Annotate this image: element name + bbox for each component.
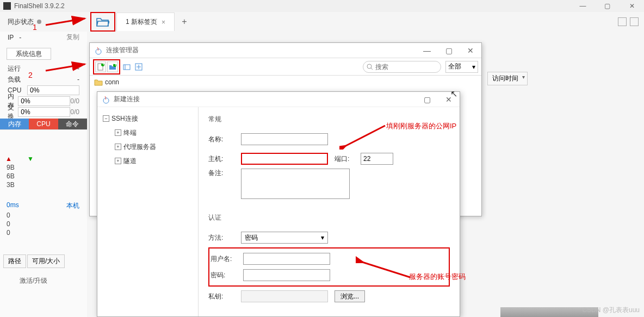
method-select[interactable]: 密码▾ (241, 232, 328, 244)
file-list-header: 路径 可用/大小 (3, 254, 65, 268)
sync-label: 同步状态 (8, 17, 34, 27)
mgr-close-button[interactable]: ✕ (460, 43, 481, 58)
mini-tab-mem[interactable]: 内存 (0, 119, 29, 129)
close-button[interactable]: ✕ (620, 0, 644, 12)
name-input[interactable] (241, 133, 328, 145)
window-controls: — ▢ ✕ (571, 0, 644, 12)
tab-label: 1 新标签页 (126, 17, 157, 27)
arrow-up-icon: ▲ (5, 155, 12, 163)
tool-icon-3[interactable] (121, 61, 132, 72)
collapse-icon[interactable]: − (103, 115, 109, 122)
tab-bar: 同步状态 1 新标签页 × + (0, 12, 644, 32)
col-visit-time[interactable]: 访问时间 (487, 72, 528, 85)
grid-view-icon[interactable] (618, 17, 627, 26)
system-info-button[interactable]: 系统信息 (7, 48, 51, 60)
port-label: 端口: (335, 154, 354, 164)
java-icon (94, 46, 103, 55)
add-tab-button[interactable]: + (177, 14, 192, 29)
mem-input[interactable] (18, 96, 70, 106)
tab-new[interactable]: 1 新标签页 × (116, 13, 175, 31)
arrow-down-icon: ▼ (27, 155, 34, 163)
svg-rect-8 (123, 65, 130, 70)
col-path[interactable]: 路径 (3, 254, 26, 268)
remark-label: 备注: (208, 169, 234, 178)
name-label: 名称: (208, 135, 234, 144)
svg-point-13 (367, 64, 371, 69)
tree-proxy[interactable]: +代理服务器 (100, 140, 196, 154)
mini-tab-buttons: 内存 CPU 命令 (0, 119, 87, 129)
col-avail[interactable]: 可用/大小 (27, 254, 65, 268)
tool-icon-4[interactable] (133, 61, 144, 72)
user-input[interactable] (243, 253, 330, 265)
mgr-toolbar: + + 全部▾ (90, 58, 481, 76)
port-input[interactable] (361, 153, 393, 165)
app-icon (3, 2, 11, 10)
host-input[interactable] (241, 153, 328, 165)
swap-input[interactable] (18, 107, 70, 117)
mini-tab-cpu[interactable]: CPU (29, 119, 58, 129)
ip-row: IP - 复制 (0, 32, 87, 43)
mgr-minimize-button[interactable]: — (416, 43, 438, 58)
svg-text:+: + (114, 63, 116, 68)
swap-row: 交换0/0 (0, 107, 87, 117)
tab-close-icon[interactable]: × (162, 18, 165, 26)
chevron-down-icon: ▾ (472, 63, 475, 71)
folder-icon (94, 78, 103, 86)
expand-icon[interactable]: + (115, 129, 121, 136)
annotation-arrow-cred (356, 256, 416, 284)
mgr-maximize-button[interactable]: ▢ (438, 43, 460, 58)
search-box[interactable] (363, 61, 441, 73)
new-connection-group: + + (93, 59, 120, 74)
mgr-tree-item-conn[interactable]: conn (90, 76, 481, 89)
connection-form: 常规 名称: 主机: 端口: 备注: 认证 方法: 密码▾ (199, 107, 460, 316)
pass-input[interactable] (243, 269, 330, 281)
folder-open-icon (96, 17, 109, 27)
remark-input[interactable] (241, 169, 350, 199)
copy-label[interactable]: 复制 (66, 33, 79, 42)
svg-line-1 (46, 64, 85, 71)
newconn-titlebar[interactable]: 新建连接 ▢ ✕ (97, 92, 460, 107)
tree-tunnel[interactable]: +隧道 (100, 154, 196, 168)
svg-line-17 (362, 262, 410, 277)
zero-values: 0 0 0 (7, 211, 10, 237)
view-mode-icons (618, 17, 639, 26)
activate-link[interactable]: 激活/升级 (20, 276, 47, 285)
watermark: CSDN @孔表表uuu (582, 306, 640, 315)
latency-value: 0ms (7, 201, 19, 210)
connection-manager-button[interactable] (90, 12, 115, 32)
annotation-arrow-2 (46, 59, 89, 76)
tree-terminal[interactable]: +终端 (100, 126, 196, 140)
maximize-button[interactable]: ▢ (595, 0, 620, 12)
ip-value: - (19, 34, 21, 41)
app-title: FinalShell 3.9.2.2 (14, 2, 65, 10)
minimize-button[interactable]: — (571, 0, 595, 12)
browse-button[interactable]: 浏览... (335, 290, 365, 302)
list-view-icon[interactable] (630, 17, 639, 26)
mgr-title: 连接管理器 (106, 46, 139, 55)
new-file-icon[interactable]: + (95, 61, 106, 72)
tree-ssh[interactable]: −SSH连接 (100, 111, 196, 126)
search-icon (367, 64, 373, 70)
mgr-titlebar[interactable]: 连接管理器 — ▢ ✕ (90, 43, 481, 58)
load-row: 负载- (0, 74, 87, 85)
search-input[interactable] (375, 63, 430, 71)
filter-select[interactable]: 全部▾ (445, 61, 478, 73)
connection-type-tree: −SSH连接 +终端 +代理服务器 +隧道 (97, 107, 199, 316)
user-label: 用户名: (210, 254, 237, 264)
net-arrows: ▲ ▼ (5, 155, 34, 163)
expand-icon[interactable]: + (115, 158, 121, 164)
cursor-icon: ↖ (450, 89, 457, 99)
newconn-title: 新建连接 (114, 95, 140, 104)
expand-icon[interactable]: + (115, 144, 121, 150)
new-folder-icon[interactable]: + (107, 61, 118, 72)
mini-tab-cmd[interactable]: 命令 (58, 119, 87, 129)
key-input[interactable] (241, 290, 328, 302)
chevron-down-icon: ▾ (321, 234, 324, 241)
chart-y-labels: 9B 6B 3B (7, 163, 15, 189)
annotation-arrow-ip (339, 122, 388, 151)
annotation-number-1: 1 (33, 23, 37, 32)
newconn-maximize-button[interactable]: ▢ (416, 92, 438, 107)
host-label: 主机: (208, 154, 234, 164)
cpu-input[interactable] (27, 85, 79, 95)
section-auth: 认证 (208, 213, 450, 222)
